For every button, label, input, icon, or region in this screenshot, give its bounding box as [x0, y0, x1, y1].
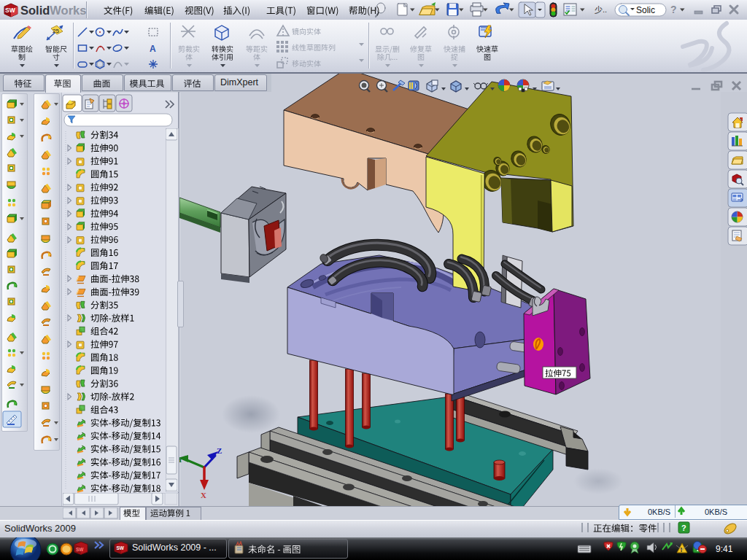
svg-text:SW: SW	[76, 547, 84, 552]
svg-text:0KB/S: 0KB/S	[648, 508, 670, 516]
svg-text:?: ?	[681, 524, 686, 532]
svg-text:9:41: 9:41	[716, 544, 733, 554]
svg-text:Z: Z	[217, 446, 222, 455]
svg-text:X: X	[201, 491, 206, 499]
svg-text:0KB/S: 0KB/S	[705, 508, 727, 516]
svg-text:Y: Y	[179, 455, 183, 464]
svg-text:SW: SW	[117, 545, 125, 551]
